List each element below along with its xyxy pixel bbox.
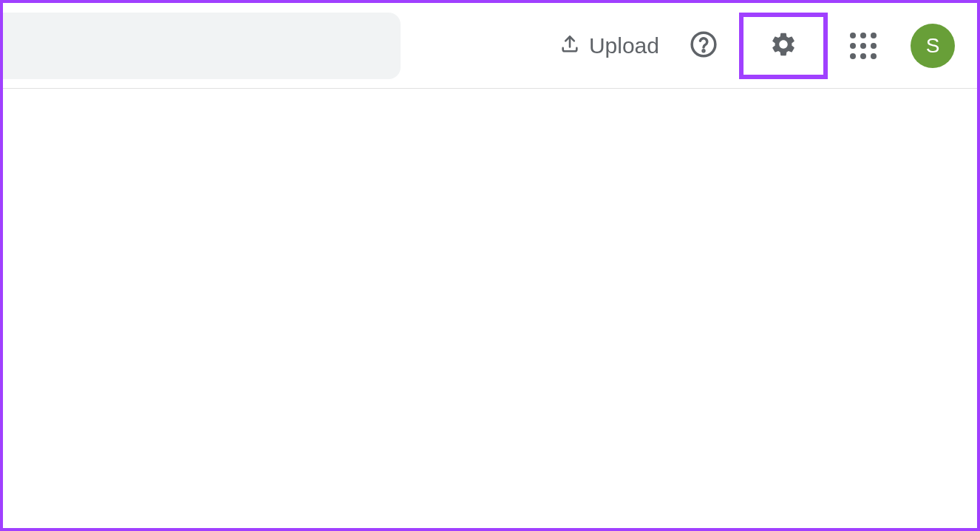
settings-highlight-box (739, 13, 828, 79)
upload-button[interactable]: Upload (545, 24, 674, 67)
upload-label: Upload (589, 33, 659, 58)
apps-button[interactable] (840, 22, 887, 70)
svg-point-1 (703, 50, 704, 51)
avatar[interactable]: S (911, 24, 955, 68)
main-content (3, 89, 977, 528)
help-icon (690, 30, 718, 61)
help-button[interactable] (680, 22, 727, 70)
apps-grid-icon (850, 33, 877, 59)
settings-button[interactable] (760, 22, 807, 70)
header-bar: Upload (3, 3, 977, 89)
search-input[interactable] (0, 13, 401, 79)
upload-icon (559, 34, 580, 58)
gear-icon (769, 30, 797, 61)
avatar-initial: S (926, 34, 940, 58)
